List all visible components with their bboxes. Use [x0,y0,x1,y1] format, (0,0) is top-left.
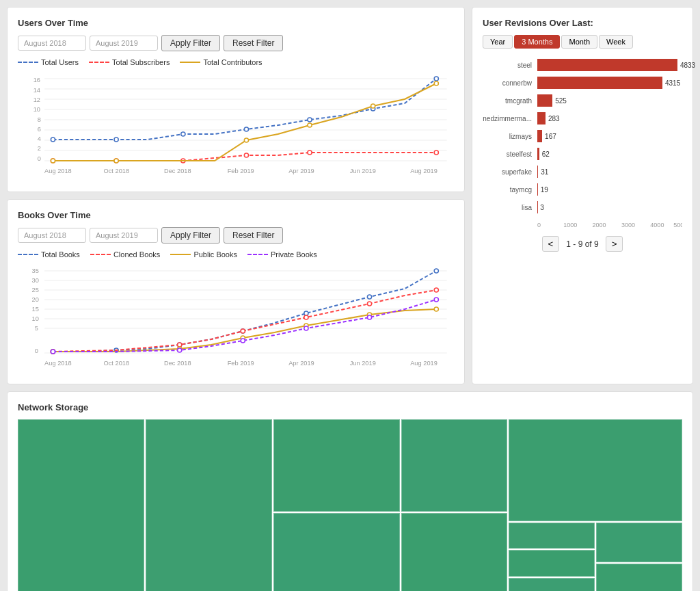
bar-value: 3 [537,204,544,211]
svg-text:4000: 4000 [650,222,664,228]
users-filter-row: Apply Filter Reset Filter [18,35,454,51]
main-layout: Users Over Time Apply Filter Reset Filte… [7,7,693,591]
users-start-date[interactable] [18,36,86,51]
time-filter-row: Year 3 Months Month Week [483,35,682,49]
bar-container: 525 [537,94,682,107]
books-start-date[interactable] [18,228,86,243]
svg-point-26 [114,137,118,142]
bar-fill [537,77,662,89]
svg-text:Apr 2019: Apr 2019 [288,360,314,367]
svg-point-77 [304,315,308,319]
bar-value: 19 [538,186,548,194]
svg-text:16: 16 [33,77,40,83]
svg-point-86 [51,350,55,354]
network-storage-title: Network Storage [18,402,682,412]
bar-value: 283 [546,115,560,122]
svg-point-27 [181,132,185,136]
time-filter-month[interactable]: Month [561,35,597,49]
svg-text:8: 8 [38,116,41,123]
treemap-col-4 [401,419,507,591]
users-panel-title: Users Over Time [18,18,454,28]
bar-label: connerbw [483,79,537,87]
svg-text:4: 4 [38,135,41,142]
time-filter-3months[interactable]: 3 Months [514,35,560,49]
svg-text:10: 10 [33,106,40,113]
treemap-cell-4b [401,513,507,591]
treemap-cell-3b [273,513,400,591]
svg-text:Feb 2019: Feb 2019 [228,168,254,174]
treemap-cell-5b2 [509,550,595,577]
books-apply-filter-button[interactable]: Apply Filter [161,227,220,244]
svg-text:Aug 2019: Aug 2019 [410,168,438,174]
bar-label: lisa [483,204,537,211]
legend-total-contributors-line [180,62,200,63]
left-panels: Users Over Time Apply Filter Reset Filte… [7,7,465,384]
top-row: Users Over Time Apply Filter Reset Filte… [7,7,693,384]
treemap-col-3 [273,419,400,591]
svg-point-91 [434,298,438,302]
bar-row: superfake 31 [483,166,682,178]
books-reset-filter-button[interactable]: Reset Filter [224,227,283,244]
legend-private-books-line [247,254,268,255]
books-chart-svg: 35 30 25 20 15 10 5 0 [18,264,454,373]
bar-fill [537,130,542,142]
next-page-button[interactable]: > [606,236,623,252]
bar-label: steelfest [483,150,537,158]
svg-text:14: 14 [33,87,40,94]
svg-text:20: 20 [32,296,39,303]
svg-point-25 [51,137,55,142]
svg-point-73 [434,269,438,273]
books-end-date[interactable] [90,228,158,243]
bar-label: nedzimmerma... [483,115,537,122]
pagination-text: 1 - 9 of 9 [566,239,598,249]
legend-private-books: Private Books [247,250,317,259]
svg-point-89 [304,326,308,330]
legend-total-books-label: Total Books [41,250,80,259]
bar-label: steel [483,62,537,69]
users-chart: 16 14 12 10 8 6 4 2 0 [18,72,454,181]
users-end-date[interactable] [90,36,158,51]
svg-text:30: 30 [32,277,39,284]
prev-page-button[interactable]: < [542,236,560,252]
treemap-cell-5b1 [509,523,595,549]
legend-public-books-line [170,254,191,255]
svg-point-31 [434,77,438,81]
svg-point-42 [371,104,375,108]
svg-text:Aug 2018: Aug 2018 [44,360,72,367]
users-reset-filter-button[interactable]: Reset Filter [224,35,283,51]
svg-text:15: 15 [32,306,39,313]
svg-text:12: 12 [33,96,40,103]
legend-total-users-label: Total Users [41,58,79,66]
svg-point-39 [114,159,118,163]
bar-container: 62 [537,148,682,160]
svg-text:2000: 2000 [593,222,606,228]
treemap-cell-5c1 [596,523,682,563]
bar-label: taymcg [483,186,537,194]
legend-total-contributors-label: Total Contributors [203,58,262,66]
bar-fill [537,112,546,124]
user-revisions-panel: User Revisions Over Last: Year 3 Months … [472,7,693,384]
treemap-col-5b [509,523,595,592]
treemap [18,419,682,591]
bar-axis: 0 1000 2000 3000 4000 5000 [483,219,682,229]
bar-fill [537,94,552,107]
time-filter-week[interactable]: Week [599,35,633,49]
legend-total-subscribers: Total Subscribers [89,58,170,66]
bar-value: 4315 [662,79,680,87]
svg-text:Jun 2019: Jun 2019 [350,360,376,367]
treemap-col-5c [596,523,682,592]
svg-text:Oct 2018: Oct 2018 [104,360,130,367]
legend-total-books-line [18,254,38,255]
axis-svg: 0 1000 2000 3000 4000 5000 [537,219,682,229]
svg-text:Jun 2019: Jun 2019 [350,168,376,174]
legend-total-contributors: Total Contributors [180,58,262,66]
bar-row: steel 4833 [483,59,682,71]
svg-point-75 [178,343,182,347]
bar-container: 167 [537,130,682,142]
bar-row: nedzimmerma... 283 [483,112,682,124]
bar-container: 3 [537,201,682,213]
time-filter-year[interactable]: Year [483,35,513,49]
svg-text:0: 0 [35,347,38,354]
users-apply-filter-button[interactable]: Apply Filter [161,35,220,51]
bar-container: 4315 [537,77,682,89]
